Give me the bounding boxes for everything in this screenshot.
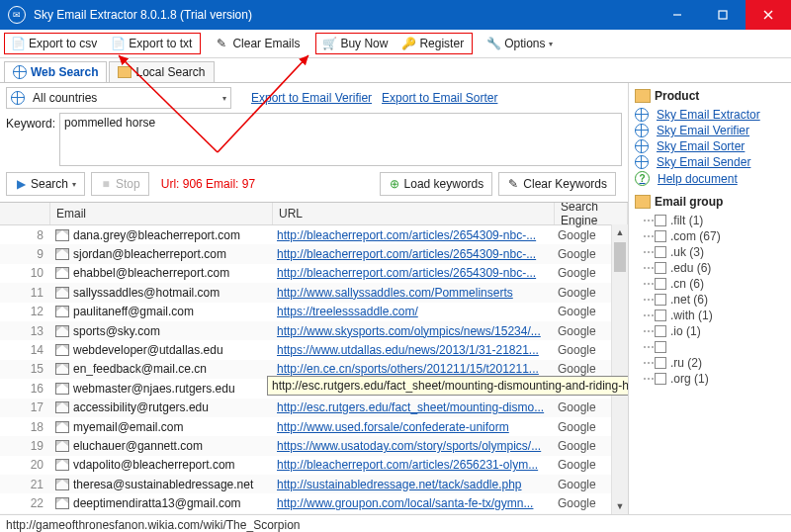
tree-node[interactable]: ⋯.filt (1) — [635, 213, 785, 228]
stop-button[interactable]: ■Stop — [91, 172, 149, 196]
country-label: All countries — [33, 91, 222, 105]
register-button[interactable]: 🔑Register — [396, 34, 470, 53]
table-row[interactable]: 23 mmidkiff@womenandhorses.com http://ww… — [0, 513, 628, 514]
mail-icon — [55, 479, 69, 490]
title-bar: ✉ Sky Email Extractor 8.0.1.8 (Trial ver… — [0, 0, 791, 30]
tree-node[interactable]: ⋯.uk (3) — [635, 244, 785, 260]
col-email[interactable]: Email — [50, 203, 273, 224]
table-row[interactable]: 9 sjordan@bleacherreport.com http://blea… — [0, 244, 628, 263]
tree-node[interactable]: ⋯ — [635, 339, 785, 355]
chevron-down-icon: ▾ — [222, 94, 226, 103]
mail-icon — [55, 440, 69, 452]
results-grid: Email URL Search Engine 8 dana.grey@blea… — [0, 202, 628, 514]
scroll-thumb[interactable] — [614, 242, 626, 272]
plus-icon: ⊕ — [389, 178, 400, 190]
col-url[interactable]: URL — [273, 203, 555, 224]
globe-icon — [11, 91, 25, 105]
tree-node[interactable]: ⋯.io (1) — [635, 323, 785, 339]
key-icon: 🔑 — [401, 37, 415, 50]
product-link[interactable]: Sky Email Sender — [635, 154, 785, 170]
tab-web-search[interactable]: Web Search — [4, 61, 107, 82]
export-to-sorter-link[interactable]: Export to Email Sorter — [382, 91, 497, 105]
minimize-button[interactable] — [655, 0, 700, 30]
node-icon — [655, 230, 666, 242]
cart-icon: 🛒 — [322, 37, 336, 50]
export-txt-button[interactable]: 📄Export to txt — [105, 34, 198, 53]
tab-local-search[interactable]: Local Search — [109, 61, 214, 82]
mail-icon — [55, 383, 69, 395]
maximize-button[interactable] — [700, 0, 746, 30]
table-row[interactable]: 14 webdeveloper@utdallas.edu https://www… — [0, 340, 628, 359]
wrench-icon: 🔧 — [486, 37, 500, 50]
product-link[interactable]: Sky Email Sorter — [635, 138, 785, 154]
table-row[interactable]: 10 ehabbel@bleacherreport.com http://ble… — [0, 264, 628, 283]
node-icon — [655, 246, 666, 258]
tree-node[interactable]: ⋯.net (6) — [635, 292, 785, 308]
product-link[interactable]: Sky Email Extractor — [635, 107, 785, 123]
node-icon — [655, 278, 666, 290]
mail-icon — [55, 421, 69, 433]
tree-node[interactable]: ⋯.with (1) — [635, 308, 785, 323]
keyword-input[interactable]: pommelled horse — [59, 113, 622, 166]
grid-header: Email URL Search Engine — [0, 203, 628, 225]
email-group-header: Email group — [635, 195, 785, 209]
status-text: http://gameofthronesfanon.wikia.com/wiki… — [6, 518, 301, 532]
col-engine[interactable]: Search Engine — [555, 203, 628, 224]
svg-rect-1 — [719, 11, 727, 19]
play-icon: ▶ — [15, 178, 27, 190]
node-icon — [655, 294, 666, 306]
load-keywords-button[interactable]: ⊕Load keywords — [380, 172, 493, 196]
export-csv-button[interactable]: 📄Export to csv — [5, 34, 103, 53]
product-link[interactable]: Sky Email Verifier — [635, 123, 785, 138]
scroll-up-icon[interactable]: ▲ — [612, 224, 628, 240]
folder-icon — [118, 65, 132, 79]
tree-node[interactable]: ⋯.com (67) — [635, 228, 785, 244]
country-select[interactable]: All countries ▾ — [6, 87, 231, 109]
clear-keywords-button[interactable]: ✎Clear Keywords — [498, 172, 616, 196]
table-row[interactable]: 20 vdapolito@bleacherreport.com http://b… — [0, 456, 628, 475]
table-row[interactable]: 18 myemail@email.com http://www.used.for… — [0, 417, 628, 436]
table-row[interactable]: 17 accessibility@rutgers.edu http://esc.… — [0, 399, 628, 417]
col-number[interactable] — [0, 203, 50, 224]
buy-now-button[interactable]: 🛒Buy Now — [316, 34, 394, 53]
table-row[interactable]: 21 theresa@sustainabledressage.net http:… — [0, 475, 628, 493]
chevron-down-icon: ▾ — [72, 180, 76, 189]
options-button[interactable]: 🔧Options▾ — [481, 34, 559, 53]
mail-icon — [55, 363, 69, 375]
mail-icon — [55, 248, 69, 260]
tree-node[interactable]: ⋯.cn (6) — [635, 276, 785, 292]
vertical-scrollbar[interactable]: ▲ ▼ — [611, 224, 628, 514]
eraser-icon: ✎ — [507, 178, 519, 190]
mail-icon — [55, 497, 69, 509]
table-row[interactable]: 11 sallyssaddles@hotmail.com http://www.… — [0, 283, 628, 302]
mail-icon — [55, 229, 69, 241]
eraser-icon: ✎ — [215, 37, 228, 50]
tree-node[interactable]: ⋯.edu (6) — [635, 260, 785, 276]
table-row[interactable]: 19 eluchauer@gannett.com https://www.usa… — [0, 436, 628, 455]
mail-icon — [55, 306, 69, 317]
tree-node[interactable]: ⋯.org (1) — [635, 371, 785, 387]
table-row[interactable]: 22 deeptimendiratta13@gmail.com http://w… — [0, 493, 628, 512]
mail-icon — [55, 267, 69, 279]
node-icon — [655, 325, 666, 337]
scroll-down-icon[interactable]: ▼ — [612, 498, 628, 514]
chevron-down-icon: ▾ — [549, 40, 553, 48]
table-row[interactable]: 13 sports@sky.com http://www.skysports.c… — [0, 321, 628, 340]
help-icon: ? — [635, 171, 650, 186]
table-row[interactable]: 8 dana.grey@bleacherreport.com http://bl… — [0, 225, 628, 244]
close-button[interactable] — [746, 0, 791, 30]
globe-icon — [635, 139, 649, 153]
node-icon — [655, 262, 666, 274]
mail-icon — [55, 344, 69, 356]
search-button[interactable]: ▶Search▾ — [6, 172, 85, 196]
globe-icon — [13, 65, 27, 79]
clear-emails-button[interactable]: ✎Clear Emails — [209, 34, 306, 53]
table-row[interactable]: 12 paulitaneff@gmail.com https://treeles… — [0, 303, 628, 321]
mail-icon — [55, 401, 69, 413]
node-icon — [655, 373, 666, 385]
tree-node[interactable]: ⋯.ru (2) — [635, 355, 785, 371]
product-link[interactable]: ?Help document — [635, 170, 785, 187]
export-highlight-box: 📄Export to csv 📄Export to txt — [4, 33, 201, 54]
export-to-verifier-link[interactable]: Export to Email Verifier — [251, 91, 372, 105]
node-icon — [655, 215, 666, 226]
